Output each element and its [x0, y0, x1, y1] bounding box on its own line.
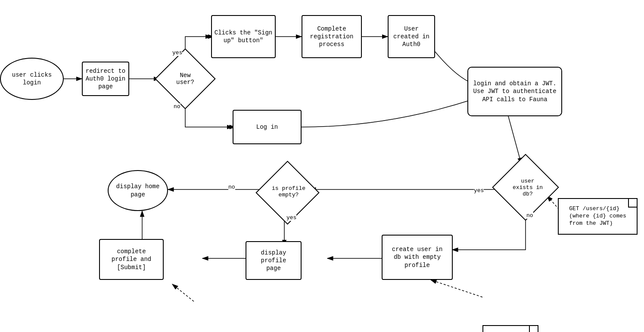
- sign-up-button-label: Clicks the "Sign up" button": [215, 29, 272, 44]
- complete-profile-label: complete profile and [Submit]: [112, 248, 151, 271]
- svg-line-17: [172, 284, 194, 301]
- svg-line-16: [431, 280, 482, 297]
- complete-profile-node: complete profile and [Submit]: [99, 239, 164, 280]
- post-users-node: POST /users: [482, 325, 538, 332]
- no-user-exists-label: no: [526, 212, 533, 219]
- complete-registration-node: Complete registration process: [302, 15, 362, 58]
- no-new-user-label: no: [174, 103, 180, 110]
- create-user-empty-profile-label: create user in db with empty profile: [392, 245, 443, 269]
- new-user-diamond-container: New user?: [159, 57, 211, 100]
- yes-new-user-label: yes: [172, 50, 182, 56]
- redirect-auth0-label: redirect to Auth0 login page: [86, 67, 125, 91]
- get-users-id-label: GET /users/{id} (where {id} comes from t…: [569, 205, 626, 227]
- user-created-auth0-label: User created in Auth0: [393, 25, 429, 49]
- user-clicks-login-node: user clicks login: [0, 58, 64, 100]
- yes-profile-empty-label: yes: [286, 214, 296, 221]
- display-home-page-label: display home page: [116, 183, 160, 198]
- yes-user-exists-label: yes: [474, 187, 484, 194]
- create-user-empty-profile-node: create user in db with empty profile: [382, 235, 453, 280]
- no-profile-empty-label: no: [228, 184, 235, 190]
- is-profile-empty-label: is profile empty?: [272, 185, 305, 198]
- new-user-label: New user?: [176, 72, 194, 86]
- user-exists-label: user exists in db?: [513, 178, 543, 197]
- complete-registration-label: Complete registration process: [310, 25, 354, 49]
- redirect-auth0-node: redirect to Auth0 login page: [82, 62, 129, 96]
- get-users-id-node: GET /users/{id} (where {id} comes from t…: [558, 198, 638, 235]
- user-exists-diamond-container: user exists in db?: [500, 164, 556, 211]
- svg-line-8: [508, 116, 521, 164]
- sign-up-button-node: Clicks the "Sign up" button": [211, 15, 276, 58]
- user-clicks-login-label: user clicks login: [12, 71, 52, 87]
- log-in-node: Log in: [233, 110, 302, 144]
- user-created-auth0-node: User created in Auth0: [388, 15, 435, 58]
- display-home-page-node: display home page: [108, 170, 168, 211]
- display-profile-page-label: display profile page: [261, 249, 286, 273]
- login-jwt-node: login and obtain a JWT. Use JWT to authe…: [467, 67, 562, 116]
- log-in-label: Log in: [256, 123, 278, 131]
- is-profile-empty-diamond-container: is profile empty?: [263, 170, 314, 213]
- login-jwt-label: login and obtain a JWT. Use JWT to authe…: [473, 80, 556, 103]
- display-profile-page-node: display profile page: [246, 241, 302, 280]
